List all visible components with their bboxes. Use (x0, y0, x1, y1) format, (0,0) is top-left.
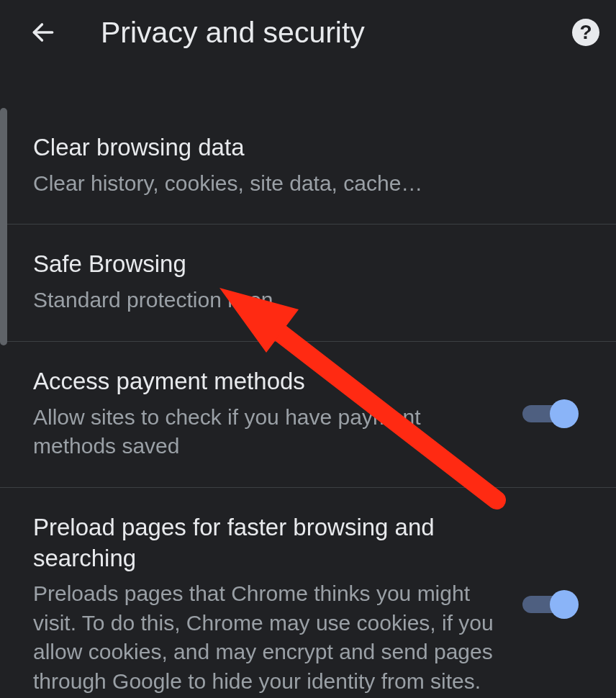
page-title: Privacy and security (101, 16, 570, 50)
toggle-thumb (550, 399, 579, 428)
row-title: Access payment methods (33, 366, 508, 397)
header: Privacy and security ? (0, 0, 616, 65)
arrow-left-icon (30, 19, 57, 46)
row-texts: Preload pages for faster browsing and se… (33, 512, 522, 697)
help-icon: ? (572, 19, 599, 46)
row-title: Preload pages for faster browsing and se… (33, 512, 508, 574)
row-subtitle: Clear history, cookies, site data, cache… (33, 169, 569, 199)
row-subtitle: Standard protection is on (33, 286, 569, 315)
settings-list: Clear browsing data Clear history, cooki… (0, 65, 616, 698)
settings-screen: Privacy and security ? Clear browsing da… (0, 0, 616, 698)
row-subtitle: Preloads pages that Chrome thinks you mi… (33, 579, 508, 696)
row-texts: Safe Browsing Standard protection is on (33, 249, 583, 314)
row-title: Safe Browsing (33, 249, 569, 280)
row-safe-browsing[interactable]: Safe Browsing Standard protection is on (0, 225, 616, 341)
toggle-thumb (550, 590, 579, 619)
toggle-payment-methods[interactable] (522, 398, 576, 430)
row-preload-pages[interactable]: Preload pages for faster browsing and se… (0, 488, 616, 698)
scroll-indicator[interactable] (0, 108, 7, 345)
toggle-preload-pages[interactable] (522, 589, 576, 620)
row-texts: Clear browsing data Clear history, cooki… (33, 132, 583, 198)
row-texts: Access payment methods Allow sites to ch… (33, 366, 522, 461)
back-button[interactable] (22, 11, 65, 54)
row-access-payment-methods[interactable]: Access payment methods Allow sites to ch… (0, 342, 616, 488)
row-title: Clear browsing data (33, 132, 569, 163)
row-clear-browsing-data[interactable]: Clear browsing data Clear history, cooki… (0, 108, 616, 225)
help-button[interactable]: ? (570, 17, 602, 48)
row-subtitle: Allow sites to check if you have payment… (33, 403, 508, 461)
